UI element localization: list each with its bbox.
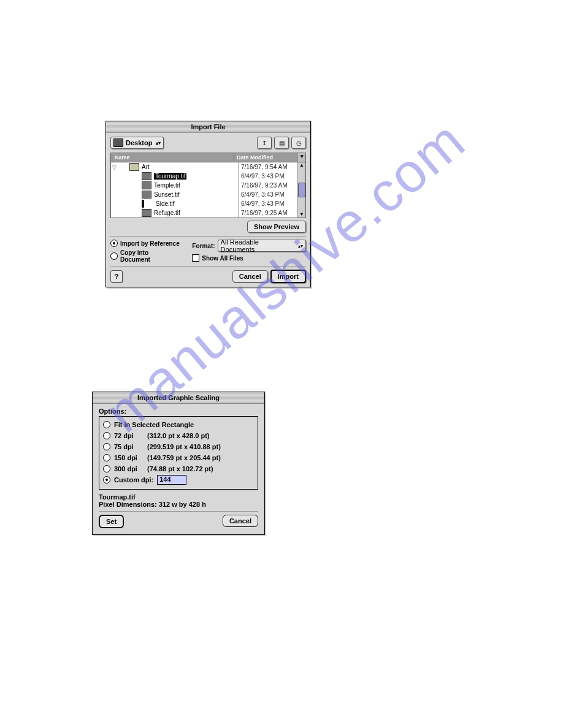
scrollbar[interactable]: ▲ ▼ [297, 162, 305, 218]
import-button[interactable]: Import [270, 270, 306, 283]
popup-arrows-icon: ▴▾ [156, 140, 161, 146]
file-list-header: Name Date Modified ▾ [110, 153, 306, 162]
scroll-thumb[interactable] [298, 183, 305, 197]
checkbox-icon [192, 254, 199, 262]
checkbox-label: Show All Files [202, 255, 243, 262]
disclosure-triangle-icon[interactable]: ▽ [111, 164, 117, 170]
radio-icon [110, 252, 118, 260]
nav-up-button[interactable]: ↥ [257, 137, 272, 149]
dpi-dims: (312.0 pt x 428.0 pt) [147, 432, 210, 439]
dpi-label: 300 dpi [114, 465, 144, 472]
location-value: Desktop [126, 139, 152, 146]
show-preview-button[interactable]: Show Preview [247, 221, 306, 233]
custom-dpi-label: Custom dpi: [114, 476, 153, 483]
radio-icon [103, 454, 110, 461]
dpi-label: 72 dpi [114, 432, 144, 439]
date-cell: 6/4/97, 3:43 PM [239, 172, 297, 181]
dpi-150-radio[interactable] [103, 454, 110, 461]
format-value: All Readable Documents [221, 238, 294, 253]
column-sort-icon[interactable]: ▾ [298, 153, 305, 162]
cancel-button[interactable]: Cancel [223, 515, 258, 527]
file-icon [142, 200, 144, 208]
format-label: Format: [192, 243, 215, 249]
help-button[interactable]: ? [110, 270, 123, 282]
radio-icon [110, 240, 118, 247]
file-name: Refuge.tif [154, 210, 180, 216]
list-item[interactable]: ▽ Art [111, 162, 238, 172]
date-cell: 6/4/97, 3:43 PM [239, 190, 297, 199]
dpi-75-radio[interactable] [103, 443, 110, 450]
radio-icon [103, 432, 110, 439]
column-date-modified[interactable]: Date Modified [234, 153, 298, 162]
radio-icon [103, 421, 110, 428]
dpi-dims: (299.519 pt x 410.88 pt) [147, 443, 221, 450]
dpi-label: 75 dpi [114, 443, 144, 450]
column-name[interactable]: Name [111, 153, 234, 162]
dpi-72-radio[interactable] [103, 432, 110, 439]
options-group: Fit in Selected Rectangle 72 dpi (312.0 … [99, 416, 258, 490]
file-name: Side.tif [156, 200, 175, 207]
fit-label: Fit in Selected Rectangle [114, 421, 194, 428]
file-name: Art [142, 164, 150, 170]
file-list: ▽ Art Tourmap.tif Temple.tif [110, 162, 306, 218]
folder-icon [129, 163, 139, 171]
nav-shortcuts-button[interactable]: ▤ [274, 137, 289, 149]
copy-into-document-radio[interactable]: Copy into Document [110, 249, 180, 263]
dpi-label: 150 dpi [114, 454, 144, 461]
radio-icon [103, 476, 110, 483]
list-item[interactable]: Temple.tif [111, 181, 238, 190]
dpi-300-radio[interactable] [103, 465, 110, 472]
scaling-filename: Tourmap.tif [99, 493, 258, 501]
date-cell: 6/4/97, 3:43 PM [239, 199, 297, 208]
nav-recent-button[interactable]: ◷ [291, 137, 306, 149]
popup-arrows-icon: ▴▾ [298, 243, 303, 249]
format-popup[interactable]: All Readable Documents ▴▾ [218, 240, 306, 252]
list-item[interactable]: Sunset.tif [111, 190, 238, 199]
fit-rectangle-radio[interactable] [103, 421, 110, 428]
list-item[interactable]: Side.tif [111, 199, 238, 208]
file-icon [142, 172, 151, 180]
radio-label: Import by Reference [120, 240, 180, 247]
file-name: Sunset.tif [154, 191, 180, 198]
location-popup[interactable]: Desktop ▴▾ [110, 137, 164, 149]
custom-dpi-input[interactable]: 144 [157, 475, 186, 485]
scaling-dialog-title: Imported Graphic Scaling [93, 392, 264, 404]
pixel-dimensions: Pixel Dimensions: 312 w by 428 h [99, 501, 258, 508]
scroll-down-icon[interactable]: ▼ [299, 211, 304, 218]
volume-icon [113, 138, 123, 147]
set-button[interactable]: Set [99, 515, 124, 528]
file-icon [142, 209, 151, 217]
radio-label: Copy into Document [120, 249, 180, 263]
dpi-dims: (74.88 pt x 102.72 pt) [147, 465, 213, 472]
import-by-reference-radio[interactable]: Import by Reference [110, 240, 180, 247]
cancel-button[interactable]: Cancel [232, 270, 268, 282]
custom-dpi-radio[interactable] [103, 476, 110, 483]
radio-icon [103, 465, 110, 472]
dpi-dims: (149.759 pt x 205.44 pt) [147, 454, 221, 461]
date-cell: 7/16/97, 9:25 AM [239, 208, 297, 218]
date-cell: 7/16/97, 9:23 AM [239, 181, 297, 190]
list-item[interactable]: Refuge.tif [111, 208, 238, 218]
file-icon [142, 181, 151, 189]
imported-graphic-scaling-dialog: Imported Graphic Scaling Options: Fit in… [92, 392, 265, 535]
file-name: Tourmap.tif [154, 173, 186, 180]
show-all-files-checkbox[interactable]: Show All Files [192, 254, 306, 262]
radio-icon [103, 443, 110, 450]
scroll-up-icon[interactable]: ▲ [299, 162, 304, 169]
date-cell: 7/16/97, 9:54 AM [239, 162, 297, 172]
file-name: Temple.tif [154, 182, 180, 189]
help-icon: ? [115, 273, 119, 280]
import-file-dialog: Import File Desktop ▴▾ ↥ ▤ ◷ Name Date M… [105, 121, 311, 287]
options-heading: Options: [99, 408, 258, 415]
file-icon [142, 191, 151, 199]
import-dialog-title: Import File [106, 121, 310, 133]
list-item[interactable]: Tourmap.tif [111, 172, 238, 181]
